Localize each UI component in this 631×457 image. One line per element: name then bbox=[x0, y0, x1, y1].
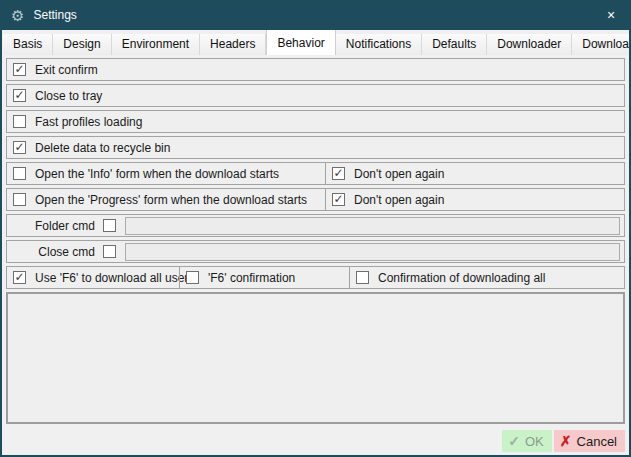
tab-bar: BasisDesignEnvironmentHeadersBehaviorNot… bbox=[2, 30, 629, 55]
row-folder-cmd: Folder cmd bbox=[6, 214, 625, 237]
use-f6-label: Use 'F6' to download all users bbox=[35, 271, 194, 285]
info-dont-open-cell: ✓ Don't open again bbox=[325, 163, 624, 184]
f6-confirmation-checkbox[interactable] bbox=[186, 271, 199, 284]
close-cmd-label: Close cmd bbox=[7, 245, 95, 259]
close-to-tray-label: Close to tray bbox=[35, 89, 102, 103]
use-f6-cell: ✓ Use 'F6' to download all users bbox=[7, 267, 179, 288]
settings-window: ⚙ Settings × BasisDesignEnvironmentHeade… bbox=[0, 0, 631, 457]
open-progress-label: Open the 'Progress' form when the downlo… bbox=[35, 193, 307, 207]
progress-dont-open-checkbox[interactable]: ✓ bbox=[332, 193, 345, 206]
tab-headers[interactable]: Headers bbox=[200, 34, 266, 55]
open-progress-cell: Open the 'Progress' form when the downlo… bbox=[7, 189, 325, 210]
close-cmd-input[interactable] bbox=[125, 243, 620, 261]
close-cmd-checkbox[interactable] bbox=[103, 245, 116, 258]
x-icon: ✗ bbox=[560, 434, 572, 448]
row-fast-profiles: Fast profiles loading bbox=[6, 110, 625, 133]
tab-notifications[interactable]: Notifications bbox=[336, 34, 422, 55]
title-bar: ⚙ Settings × bbox=[0, 0, 631, 30]
ok-button[interactable]: ✓ OK bbox=[502, 430, 552, 452]
open-info-label: Open the 'Info' form when the download s… bbox=[35, 167, 279, 181]
button-bar: ✓ OK ✗ Cancel bbox=[2, 427, 629, 455]
gear-icon: ⚙ bbox=[11, 8, 24, 23]
row-open-info-form: Open the 'Info' form when the download s… bbox=[6, 162, 625, 185]
open-info-checkbox[interactable] bbox=[13, 167, 26, 180]
tab-downloading[interactable]: Downloading bbox=[572, 34, 629, 55]
use-f6-checkbox[interactable]: ✓ bbox=[13, 271, 26, 284]
folder-cmd-input[interactable] bbox=[125, 217, 620, 235]
tab-content-behavior: ✓ Exit confirm ✓ Close to tray Fast prof… bbox=[2, 55, 629, 427]
confirm-download-all-checkbox[interactable] bbox=[356, 271, 369, 284]
row-delete-recycle: ✓ Delete data to recycle bin bbox=[6, 136, 625, 159]
close-icon[interactable]: × bbox=[591, 0, 631, 30]
empty-panel bbox=[6, 292, 625, 424]
info-dont-open-label: Don't open again bbox=[354, 167, 444, 181]
tab-downloader[interactable]: Downloader bbox=[487, 34, 572, 55]
tab-environment[interactable]: Environment bbox=[112, 34, 200, 55]
check-icon: ✓ bbox=[508, 434, 520, 448]
tab-behavior[interactable]: Behavior bbox=[266, 30, 335, 55]
f6-confirmation-cell: 'F6' confirmation bbox=[179, 267, 349, 288]
progress-dont-open-cell: ✓ Don't open again bbox=[325, 189, 624, 210]
tab-design[interactable]: Design bbox=[53, 34, 111, 55]
ok-button-label: OK bbox=[525, 434, 544, 449]
fast-profiles-label: Fast profiles loading bbox=[35, 115, 142, 129]
row-exit-confirm: ✓ Exit confirm bbox=[6, 58, 625, 81]
delete-recycle-label: Delete data to recycle bin bbox=[35, 141, 170, 155]
f6-confirmation-label: 'F6' confirmation bbox=[208, 271, 295, 285]
row-close-cmd: Close cmd bbox=[6, 240, 625, 263]
folder-cmd-label: Folder cmd bbox=[7, 219, 95, 233]
exit-confirm-checkbox[interactable]: ✓ bbox=[13, 63, 26, 76]
confirm-download-all-label: Confirmation of downloading all bbox=[378, 271, 545, 285]
tab-basis[interactable]: Basis bbox=[3, 34, 53, 55]
row-f6-options: ✓ Use 'F6' to download all users 'F6' co… bbox=[6, 266, 625, 289]
info-dont-open-checkbox[interactable]: ✓ bbox=[332, 167, 345, 180]
folder-cmd-checkbox[interactable] bbox=[103, 219, 116, 232]
exit-confirm-label: Exit confirm bbox=[35, 63, 98, 77]
confirm-download-all-cell: Confirmation of downloading all bbox=[349, 267, 624, 288]
cancel-button-label: Cancel bbox=[577, 434, 617, 449]
row-close-to-tray: ✓ Close to tray bbox=[6, 84, 625, 107]
fast-profiles-checkbox[interactable] bbox=[13, 115, 26, 128]
open-progress-checkbox[interactable] bbox=[13, 193, 26, 206]
cancel-button[interactable]: ✗ Cancel bbox=[554, 430, 625, 452]
row-open-progress-form: Open the 'Progress' form when the downlo… bbox=[6, 188, 625, 211]
window-title: Settings bbox=[33, 8, 76, 22]
open-info-cell: Open the 'Info' form when the download s… bbox=[7, 163, 325, 184]
delete-recycle-checkbox[interactable]: ✓ bbox=[13, 141, 26, 154]
tab-defaults[interactable]: Defaults bbox=[422, 34, 487, 55]
progress-dont-open-label: Don't open again bbox=[354, 193, 444, 207]
close-to-tray-checkbox[interactable]: ✓ bbox=[13, 89, 26, 102]
